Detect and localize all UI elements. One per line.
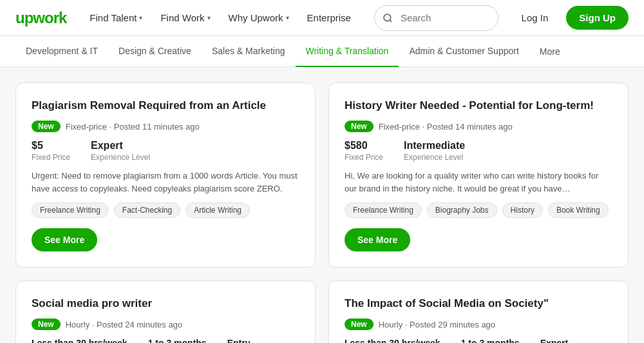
nav-find-talent[interactable]: Find Talent ▾: [82, 7, 150, 28]
header: upwork Find Talent ▾ Find Work ▾ Why Upw…: [0, 0, 644, 36]
job-experience-label-2: Experience Level: [404, 153, 465, 162]
search-bar: Talent ▾: [374, 5, 498, 31]
category-design-creative[interactable]: Design & Creative: [108, 36, 202, 67]
job-title-1: Plagiarism Removal Required from an Arti…: [32, 99, 299, 113]
nav-find-work-label: Find Work: [160, 12, 204, 23]
job-hours-col-3: Less than 30 hrs/week Hours needed: [32, 338, 128, 343]
job-hours-value-4: Less than 30 hrs/week: [345, 338, 440, 343]
job-duration-value-4: 1 to 3 months: [461, 338, 520, 343]
tag-freelance-writing-2[interactable]: Freelance Writing: [345, 202, 422, 218]
job-hours-col-4: Less than 30 hrs/week Hours needed: [345, 338, 440, 343]
tag-biography-jobs[interactable]: Biography Jobs: [427, 202, 497, 218]
job-title-2: History Writer Needed - Potential for Lo…: [345, 99, 612, 113]
job-description-2: Hi, We are looking for a quality writer …: [345, 170, 612, 195]
job-hours-value-3: Less than 30 hrs/week: [32, 338, 128, 343]
job-price-label-1: Fixed Price: [32, 153, 70, 162]
job-experience-col-3: Entry Experience Level: [227, 338, 287, 343]
job-tags-2: Freelance Writing Biography Jobs History…: [345, 202, 612, 218]
job-price-value-2: $580: [345, 140, 383, 152]
job-meta-3: New Hourly · Posted 24 minutes ago: [32, 318, 299, 330]
job-title-4: The Impact of Social Media on Society": [345, 297, 612, 311]
nav-enterprise-label: Enterprise: [307, 12, 351, 23]
job-experience-value-2: Intermediate: [404, 140, 465, 152]
header-actions: Log In Sign Up: [514, 6, 629, 30]
job-duration-col-3: 1 to 3 months Duration: [148, 338, 207, 343]
tag-article-writing[interactable]: Article Writing: [185, 202, 250, 218]
nav-find-talent-label: Find Talent: [90, 12, 137, 23]
job-meta-text-4: Hourly · Posted 29 minutes ago: [379, 320, 495, 329]
badge-new-4: New: [345, 318, 374, 330]
category-sales-marketing[interactable]: Sales & Marketing: [202, 36, 296, 67]
job-meta-text-2: Fixed-price · Posted 14 minutes ago: [379, 122, 513, 132]
nav-why-upwork[interactable]: Why Upwork ▾: [221, 7, 297, 28]
job-experience-col-1: Expert Experience Level: [91, 140, 150, 162]
tag-book-writing[interactable]: Book Writing: [548, 202, 609, 218]
main-nav: Find Talent ▾ Find Work ▾ Why Upwork ▾ E…: [82, 7, 359, 28]
nav-find-work[interactable]: Find Work ▾: [153, 7, 218, 28]
category-nav: Development & IT Design & Creative Sales…: [0, 36, 644, 67]
nav-enterprise[interactable]: Enterprise: [299, 7, 359, 28]
see-more-button-1[interactable]: See More: [32, 228, 97, 251]
login-button[interactable]: Log In: [514, 7, 556, 28]
job-card-4: The Impact of Social Media on Society" N…: [328, 280, 629, 343]
category-writing-translation[interactable]: Writing & Translation: [296, 36, 399, 67]
nav-why-upwork-label: Why Upwork: [229, 12, 283, 23]
job-description-1: Urgent: Need to remove plagiarism from a…: [32, 170, 299, 195]
signup-button[interactable]: Sign Up: [566, 6, 629, 30]
job-experience-col-2: Intermediate Experience Level: [404, 140, 465, 162]
job-experience-value-1: Expert: [91, 140, 150, 152]
job-duration-col-4: 1 to 3 months Duration: [461, 338, 520, 343]
category-more[interactable]: More: [529, 36, 571, 67]
chevron-down-icon: ▾: [286, 14, 289, 21]
job-duration-value-3: 1 to 3 months: [148, 338, 207, 343]
tag-fact-checking[interactable]: Fact-Checking: [114, 202, 180, 218]
svg-line-1: [390, 20, 392, 22]
see-more-button-2[interactable]: See More: [345, 228, 410, 251]
job-info-row-4: Less than 30 hrs/week Hours needed 1 to …: [345, 338, 612, 343]
logo[interactable]: upwork: [15, 9, 66, 27]
job-title-3: Social media pro writer: [32, 297, 299, 311]
badge-new-2: New: [345, 121, 374, 132]
cards-grid: Plagiarism Removal Required from an Arti…: [15, 83, 629, 343]
job-info-row-3: Less than 30 hrs/week Hours needed 1 to …: [32, 338, 299, 343]
job-meta-1: New Fixed-price · Posted 11 minutes ago: [32, 121, 299, 132]
job-experience-value-3: Entry: [227, 338, 287, 343]
job-tags-1: Freelance Writing Fact-Checking Article …: [32, 202, 299, 218]
job-meta-text-3: Hourly · Posted 24 minutes ago: [66, 320, 182, 329]
job-experience-col-4: Expert Experience Level: [540, 338, 600, 343]
badge-new-1: New: [32, 121, 61, 132]
job-experience-value-4: Expert: [540, 338, 600, 343]
category-development-it[interactable]: Development & IT: [15, 36, 108, 67]
badge-new-3: New: [32, 318, 61, 330]
search-icon: [375, 13, 401, 23]
category-admin-customer-support[interactable]: Admin & Customer Support: [399, 36, 529, 67]
tag-freelance-writing[interactable]: Freelance Writing: [32, 202, 109, 218]
job-price-col-1: $5 Fixed Price: [32, 140, 70, 162]
search-input[interactable]: [401, 12, 498, 23]
chevron-down-icon: ▾: [139, 14, 142, 21]
tag-history[interactable]: History: [502, 202, 543, 218]
job-price-label-2: Fixed Price: [345, 153, 383, 162]
logo-text: upwork: [15, 9, 66, 27]
job-meta-text-1: Fixed-price · Posted 11 minutes ago: [66, 122, 200, 132]
job-price-row-1: $5 Fixed Price Expert Experience Level: [32, 140, 299, 162]
svg-point-0: [384, 14, 391, 21]
chevron-down-icon: ▾: [207, 14, 211, 21]
job-card-1: Plagiarism Removal Required from an Arti…: [15, 83, 316, 268]
job-card-2: History Writer Needed - Potential for Lo…: [328, 83, 629, 268]
job-price-col-2: $580 Fixed Price: [345, 140, 383, 162]
main-content: Plagiarism Removal Required from an Arti…: [0, 67, 644, 343]
job-meta-4: New Hourly · Posted 29 minutes ago: [345, 318, 612, 330]
job-price-value-1: $5: [32, 140, 70, 152]
job-meta-2: New Fixed-price · Posted 14 minutes ago: [345, 121, 612, 132]
job-card-3: Social media pro writer New Hourly · Pos…: [15, 280, 316, 343]
job-experience-label-1: Experience Level: [91, 153, 150, 162]
job-price-row-2: $580 Fixed Price Intermediate Experience…: [345, 140, 612, 162]
